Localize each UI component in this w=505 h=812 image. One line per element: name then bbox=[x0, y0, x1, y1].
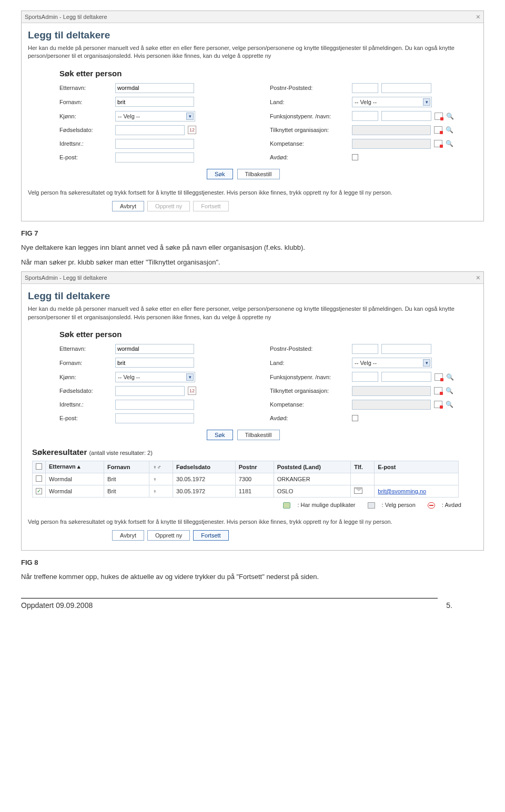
label-fodselsdato: Fødselsdato: bbox=[59, 127, 112, 133]
select-person-icon bbox=[368, 502, 375, 509]
input-poststed[interactable] bbox=[381, 83, 431, 93]
col-postnr[interactable]: Postnr bbox=[235, 461, 274, 473]
label-organisasjon: Tilknyttet organisasjon: bbox=[270, 388, 349, 394]
footer-date: Oppdatert 09.09.2008 bbox=[21, 601, 93, 610]
input-organisasjon[interactable] bbox=[352, 125, 431, 135]
input-funktypenavn[interactable] bbox=[381, 372, 431, 382]
input-kompetanse[interactable] bbox=[352, 400, 431, 410]
input-epost[interactable] bbox=[115, 413, 194, 423]
figure-label: FIG 7 bbox=[21, 229, 484, 237]
screenshot-fig8: SportsAdmin - Legg til deltakere × Legg … bbox=[21, 271, 484, 551]
picker-icon[interactable] bbox=[434, 126, 442, 134]
mail-icon bbox=[354, 488, 362, 494]
email-link[interactable]: brit@svomming.no bbox=[378, 488, 426, 494]
calendar-icon[interactable]: 12 bbox=[188, 126, 196, 134]
input-etternavn[interactable] bbox=[115, 344, 194, 354]
picker-icon[interactable] bbox=[434, 387, 442, 394]
label-kompetanse: Kompetanse: bbox=[270, 140, 349, 147]
row-checkbox[interactable]: ✓ bbox=[36, 488, 42, 494]
select-land[interactable]: -- Velg -- ▾ bbox=[352, 358, 432, 368]
col-etternavn[interactable]: Etternavn ▴ bbox=[46, 461, 104, 473]
input-fodselsdato[interactable] bbox=[115, 125, 185, 135]
input-postnr[interactable] bbox=[352, 83, 378, 93]
label-postnr: Postnr-Poststed: bbox=[270, 346, 349, 352]
instruction-text: Velg person fra søkeresultatet og trykk … bbox=[28, 518, 477, 526]
input-etternavn[interactable] bbox=[115, 83, 194, 93]
col-tlf[interactable]: Tlf. bbox=[351, 461, 375, 473]
search-button[interactable]: Søk bbox=[207, 430, 233, 440]
calendar-icon[interactable]: 12 bbox=[188, 387, 196, 395]
results-heading: Søkeresultater (antall viste resultater:… bbox=[32, 448, 477, 456]
page-title: Legg til deltakere bbox=[28, 29, 477, 41]
label-funksjonstype: Funksjonstypenr. /navn: bbox=[270, 113, 349, 119]
input-idrettsnr[interactable] bbox=[115, 400, 194, 410]
input-epost[interactable] bbox=[115, 153, 194, 163]
select-kjonn[interactable]: -- Velg -- ▾ bbox=[115, 111, 195, 121]
reset-button[interactable]: Tilbakestill bbox=[237, 169, 280, 179]
results-table: Etternavn ▴ Fornavn ♀♂ Fødselsdato Postn… bbox=[32, 461, 459, 498]
search-icon[interactable]: 🔍 bbox=[446, 126, 453, 134]
input-fornavn[interactable] bbox=[115, 358, 194, 368]
table-row[interactable]: ✓ Wormdal Brit ♀ 30.05.1972 1181 OSLO br… bbox=[33, 485, 459, 497]
search-button[interactable]: Søk bbox=[207, 169, 233, 179]
figure-label: FIG 8 bbox=[21, 559, 484, 566]
picker-icon[interactable] bbox=[434, 401, 442, 408]
col-fodsel[interactable]: Fødselsdato bbox=[173, 461, 236, 473]
cancel-button[interactable]: Avbryt bbox=[112, 201, 144, 211]
search-icon[interactable]: 🔍 bbox=[446, 113, 453, 120]
input-fornavn[interactable] bbox=[115, 97, 194, 107]
label-fornavn: Fornavn: bbox=[59, 99, 112, 105]
window-titlebar: SportsAdmin - Legg til deltakere × bbox=[22, 272, 483, 284]
window-title: SportsAdmin - Legg til deltakere bbox=[25, 275, 107, 281]
table-row[interactable]: Wormdal Brit ♀ 30.05.1972 7300 ORKANGER bbox=[33, 473, 459, 485]
search-icon[interactable]: 🔍 bbox=[446, 387, 453, 394]
close-icon[interactable]: × bbox=[476, 273, 480, 282]
checkbox-avdod[interactable] bbox=[352, 154, 358, 160]
cancel-button[interactable]: Avbryt bbox=[112, 530, 144, 541]
reset-button[interactable]: Tilbakestill bbox=[237, 430, 280, 440]
search-icon[interactable]: 🔍 bbox=[446, 373, 453, 381]
section-heading: Søk etter person bbox=[59, 69, 477, 78]
col-check[interactable] bbox=[33, 461, 46, 473]
label-funksjonstype: Funksjonstypenr. /navn: bbox=[270, 374, 349, 380]
create-button[interactable]: Opprett ny bbox=[147, 201, 190, 211]
input-organisasjon[interactable] bbox=[352, 386, 431, 396]
select-land[interactable]: -- Velg -- ▾ bbox=[352, 97, 432, 107]
continue-button[interactable]: Fortsett bbox=[193, 530, 228, 541]
col-fornavn[interactable]: Fornavn bbox=[104, 461, 149, 473]
label-epost: E-post: bbox=[59, 154, 112, 160]
picker-icon[interactable] bbox=[435, 373, 443, 381]
input-idrettsnr[interactable] bbox=[115, 139, 194, 149]
chevron-down-icon: ▾ bbox=[423, 98, 430, 106]
close-icon[interactable]: × bbox=[476, 13, 480, 21]
search-icon[interactable]: 🔍 bbox=[446, 401, 453, 408]
window-titlebar: SportsAdmin - Legg til deltakere × bbox=[22, 11, 483, 23]
input-poststed[interactable] bbox=[381, 344, 431, 354]
picker-icon[interactable] bbox=[434, 140, 442, 147]
doc-paragraph: Når treffene kommer opp, hukes de aktuel… bbox=[21, 572, 484, 582]
picker-icon[interactable] bbox=[435, 113, 443, 120]
label-etternavn: Etternavn: bbox=[59, 85, 112, 91]
input-kompetanse[interactable] bbox=[352, 139, 431, 149]
checkbox-avdod[interactable] bbox=[352, 415, 358, 421]
label-kompetanse: Kompetanse: bbox=[270, 401, 349, 408]
row-checkbox[interactable] bbox=[36, 475, 42, 482]
continue-button[interactable]: Fortsett bbox=[193, 201, 228, 211]
footer-rule bbox=[21, 598, 438, 598]
duplicate-icon bbox=[283, 502, 290, 509]
window-title: SportsAdmin - Legg til deltakere bbox=[25, 14, 107, 20]
input-funktypenr[interactable] bbox=[352, 111, 378, 121]
search-form: Etternavn: Postnr-Poststed: Fornavn: Lan… bbox=[59, 83, 477, 179]
search-icon[interactable]: 🔍 bbox=[446, 140, 453, 147]
input-funktypenavn[interactable] bbox=[381, 111, 431, 121]
label-etternavn: Etternavn: bbox=[59, 346, 112, 352]
col-poststed[interactable]: Poststed (Land) bbox=[274, 461, 351, 473]
col-sex[interactable]: ♀♂ bbox=[149, 461, 173, 473]
col-epost[interactable]: E-post bbox=[375, 461, 459, 473]
input-funktypenr[interactable] bbox=[352, 372, 378, 382]
input-postnr[interactable] bbox=[352, 344, 378, 354]
select-kjonn[interactable]: -- Velg -- ▾ bbox=[115, 372, 195, 382]
create-button[interactable]: Opprett ny bbox=[147, 530, 190, 541]
input-fodselsdato[interactable] bbox=[115, 386, 185, 396]
footer-page: 5. bbox=[446, 601, 452, 610]
